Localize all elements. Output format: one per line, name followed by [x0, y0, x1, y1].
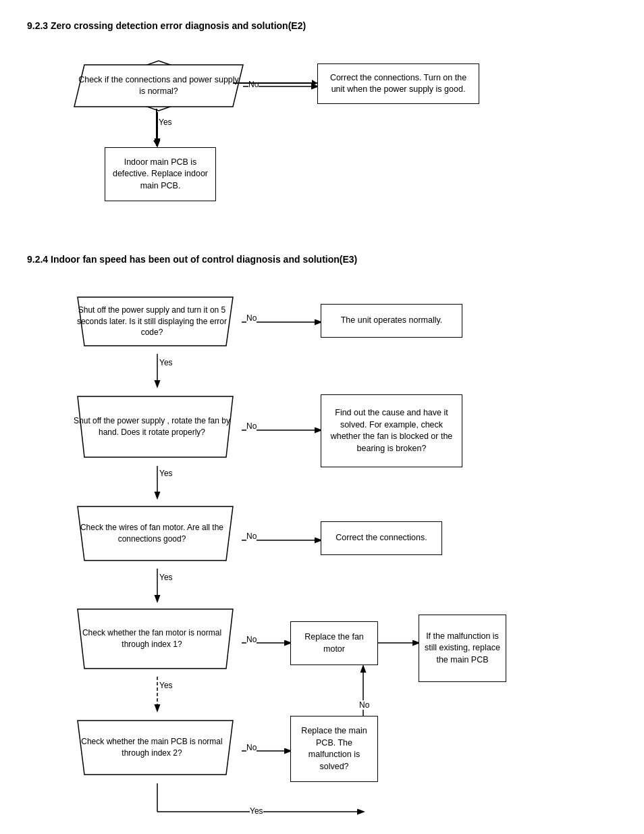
- s1-no-label: No: [248, 80, 259, 89]
- section1-decision1-text: Check if the connections and power suppl…: [68, 71, 250, 101]
- s2-d1-no: No: [246, 313, 257, 323]
- s2-d4: Check whether the fan motor is normal th…: [61, 602, 243, 675]
- s2-replace-fan-motor: Replace the fan motor: [290, 621, 378, 665]
- s2-d5-no: No: [246, 743, 257, 752]
- s2-d2: Shut off the power supply , rotate the f…: [61, 390, 243, 464]
- s2-d3-text: Check the wires of fan motor. Are all th…: [61, 519, 243, 548]
- section2: 9.2.4 Indoor fan speed has been out of c…: [27, 254, 617, 832]
- s1-yes-action: Indoor main PCB is defective. Replace in…: [105, 147, 216, 201]
- s2-d3-no-action: Correct the connections.: [321, 521, 442, 555]
- s2-d2-no-action: Find out the cause and have it solved. F…: [321, 394, 462, 467]
- s2-d3-no: No: [246, 531, 257, 541]
- s2-d1: Shut off the power supply and turn it on…: [61, 290, 243, 353]
- s2-d3-yes: Yes: [159, 573, 173, 582]
- s2-d5: Check whether the main PCB is normal thr…: [61, 714, 243, 781]
- s1-yes-label: Yes: [159, 118, 172, 127]
- s1-arrow-down: [156, 109, 157, 146]
- s2-no-between: No: [359, 700, 369, 710]
- s2-d3: Check the wires of fan motor. Are all th…: [61, 500, 243, 567]
- s2-d2-no: No: [246, 421, 257, 431]
- section1: 9.2.3 Zero crossing detection error diag…: [27, 20, 617, 227]
- s2-d1-no-action: The unit operates normally.: [321, 304, 462, 338]
- s2-if-malfunction: If the malfunction is still existing, re…: [419, 615, 506, 682]
- section1-title: 9.2.3 Zero crossing detection error diag…: [27, 20, 617, 31]
- s2-d2-text: Shut off the power supply , rotate the f…: [61, 412, 243, 442]
- s2-d5-text: Check whether the main PCB is normal thr…: [61, 733, 243, 762]
- s2-d1-text: Shut off the power supply and turn it on…: [61, 301, 243, 342]
- s2-d4-text: Check whether the fan motor is normal th…: [61, 624, 243, 654]
- page: 9.2.3 Zero crossing detection error diag…: [0, 0, 644, 834]
- s2-replace-pcb: Replace the main PCB. The malfunction is…: [290, 716, 378, 782]
- s2-d5-yes: Yes: [250, 806, 263, 816]
- section2-title: 9.2.4 Indoor fan speed has been out of c…: [27, 254, 617, 265]
- s2-d2-yes: Yes: [159, 469, 173, 478]
- s2-d4-no: No: [246, 635, 257, 644]
- section1-decision1: Check if the connections and power suppl…: [68, 58, 250, 113]
- s2-d1-yes: Yes: [159, 358, 173, 367]
- s1-no-action: Correct the connections. Turn on the uni…: [317, 63, 479, 104]
- s2-d4-yes: Yes: [159, 681, 173, 690]
